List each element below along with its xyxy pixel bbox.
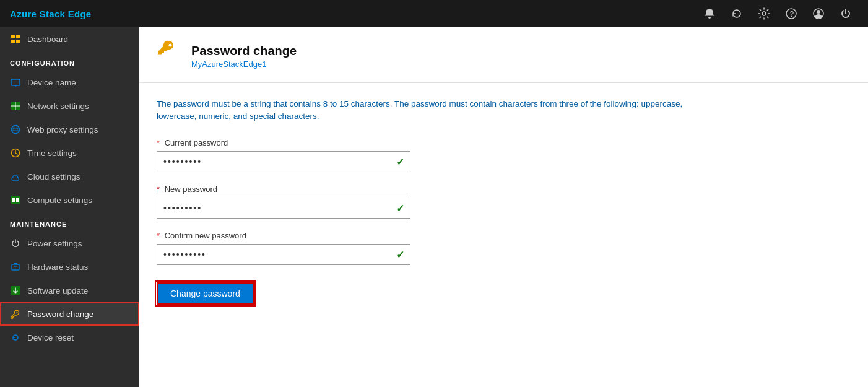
sidebar-device-reset-label: Device reset [27,333,74,342]
topbar: Azure Stack Edge ? [0,0,868,27]
svg-rect-6 [16,35,20,38]
new-password-input[interactable] [157,198,410,219]
required-indicator: * [157,138,160,147]
settings-icon[interactable] [752,1,776,26]
confirm-password-label-text: Confirm new password [165,231,246,240]
web-proxy-icon [10,124,21,135]
svg-point-30 [169,44,172,47]
current-password-label: * Current password [157,138,851,147]
current-password-group: * Current password ✓ [157,138,851,172]
power-settings-icon [10,238,21,249]
svg-rect-26 [14,263,17,264]
compute-settings-icon [10,194,21,206]
svg-rect-9 [11,79,20,85]
sidebar-power-settings-label: Power settings [27,239,82,248]
config-section-header: CONFIGURATION [0,51,139,71]
sidebar-item-hardware-status[interactable]: Hardware status [0,255,139,279]
power-icon[interactable] [833,1,858,26]
sidebar-item-password-change[interactable]: Password change [0,302,139,326]
svg-rect-7 [11,40,15,43]
sidebar-dashboard-label: Dashboard [27,35,68,44]
password-change-icon [10,308,21,320]
sidebar-item-device-name[interactable]: Device name [0,71,139,94]
svg-line-21 [15,153,17,154]
svg-point-4 [817,10,820,14]
required-indicator-2: * [157,185,160,194]
page-header: Password change MyAzureStackEdge1 [139,27,868,83]
svg-point-15 [12,126,20,134]
sidebar-hardware-status-label: Hardware status [27,263,88,272]
topbar-icons: ? [697,1,858,26]
svg-point-16 [14,126,17,134]
hardware-status-icon [10,261,21,272]
sidebar-time-settings-label: Time settings [27,149,77,158]
svg-rect-5 [11,35,15,38]
new-password-label: * New password [157,185,851,194]
sidebar-item-dashboard[interactable]: Dashboard [0,27,139,51]
confirm-password-input-wrapper: ✓ [157,244,410,265]
info-text: The password must be a string that conta… [157,98,714,123]
svg-point-29 [17,312,18,313]
sidebar-compute-settings-label: Compute settings [27,196,92,205]
confirm-password-input[interactable] [157,244,410,265]
sidebar-item-cloud-settings[interactable]: Cloud settings [0,165,139,188]
required-indicator-3: * [157,231,160,240]
sidebar-web-proxy-label: Web proxy settings [27,125,98,134]
sidebar-cloud-settings-label: Cloud settings [27,172,80,181]
svg-text:?: ? [790,10,794,19]
sidebar-item-network-settings[interactable]: Network settings [0,94,139,118]
new-password-group: * New password ✓ [157,185,851,219]
current-password-check-icon: ✓ [396,155,404,167]
confirm-password-group: * Confirm new password ✓ [157,231,851,265]
sidebar-item-compute-settings[interactable]: Compute settings [0,188,139,212]
sidebar-item-time-settings[interactable]: Time settings [0,141,139,165]
help-icon[interactable]: ? [779,1,804,26]
software-update-icon [10,285,21,296]
sidebar-item-power-settings[interactable]: Power settings [0,232,139,255]
svg-rect-24 [16,198,19,202]
page-subtitle: MyAzureStackEdge1 [191,59,297,69]
new-password-label-text: New password [165,185,217,194]
dashboard-icon [10,33,21,45]
page-header-text: Password change MyAzureStackEdge1 [191,44,297,69]
main-layout: Dashboard CONFIGURATION Device name Netw… [0,27,868,387]
app-title: Azure Stack Edge [10,9,92,19]
device-reset-icon [10,332,21,343]
svg-point-0 [762,12,766,15]
sidebar-item-device-reset[interactable]: Device reset [0,326,139,349]
notification-icon[interactable] [697,1,722,26]
refresh-icon[interactable] [724,1,749,26]
current-password-input-wrapper: ✓ [157,151,410,172]
sidebar-network-settings-label: Network settings [27,102,89,111]
account-icon[interactable] [806,1,831,26]
sidebar: Dashboard CONFIGURATION Device name Netw… [0,27,139,387]
content-area: Password change MyAzureStackEdge1 The pa… [139,27,868,387]
sidebar-software-update-label: Software update [27,286,88,295]
sidebar-item-web-proxy-settings[interactable]: Web proxy settings [0,118,139,141]
content-body: The password must be a string that conta… [139,83,868,320]
current-password-label-text: Current password [165,138,228,147]
change-password-button[interactable]: Change password [157,282,254,305]
device-name-icon [10,77,21,88]
confirm-password-label: * Confirm new password [157,231,851,240]
current-password-input[interactable] [157,151,410,172]
svg-rect-8 [16,40,20,43]
page-title: Password change [191,44,297,58]
sidebar-password-change-label: Password change [27,310,93,319]
cloud-settings-icon [10,171,21,182]
sidebar-item-software-update[interactable]: Software update [0,279,139,302]
maintenance-section-header: MAINTENANCE [0,212,139,232]
svg-rect-23 [12,198,15,202]
sidebar-device-name-label: Device name [27,78,76,87]
new-password-input-wrapper: ✓ [157,198,410,219]
page-header-icon [157,40,181,72]
new-password-check-icon: ✓ [396,202,404,214]
confirm-password-check-icon: ✓ [396,248,404,260]
time-settings-icon [10,147,21,159]
network-settings-icon [10,100,21,111]
